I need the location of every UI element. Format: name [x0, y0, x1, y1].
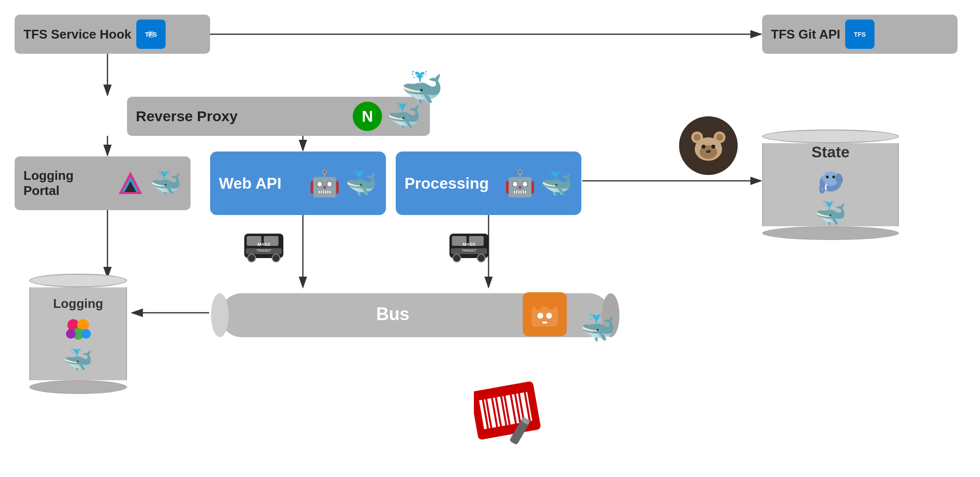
logging-portal-box: Logging Portal 🐳: [15, 156, 191, 210]
svg-text:TRANSIT: TRANSIT: [256, 249, 272, 252]
bus-pipe: Bus 🐳: [210, 288, 620, 342]
cyl-top-logging: [29, 274, 127, 287]
svg-point-48: [477, 254, 485, 262]
mass-transit-webapi: MASS TRANSIT: [239, 224, 288, 268]
svg-point-28: [826, 175, 829, 178]
svg-point-47: [453, 254, 461, 262]
processing-box: Processing 🤖 🐳: [396, 152, 581, 215]
svg-text:TFS: TFS: [145, 31, 157, 38]
svg-point-52: [211, 293, 229, 337]
cyl-top-state: [762, 130, 899, 143]
svg-point-59: [537, 313, 543, 319]
reverse-proxy-box: Reverse Proxy N 🐳: [127, 97, 430, 136]
mass-transit-processing: MASS TRANSIT: [445, 224, 493, 268]
rabbitmq-icon: [523, 292, 567, 336]
cyl-bot-state: [762, 226, 899, 240]
docker-whale-bus: 🐳: [580, 314, 616, 342]
state-label: State: [811, 143, 850, 161]
architecture-diagram: TFS Service Hook TFS TFS Git API TFS Rev…: [0, 0, 980, 477]
processing-label: Processing: [405, 174, 489, 193]
cyl-body-logging: Logging 🐳: [29, 287, 127, 380]
nginx-icon: N: [353, 102, 382, 131]
tfs-service-hook-box: TFS Service Hook TFS: [15, 15, 210, 54]
logging-portal-label: Logging Portal: [23, 168, 113, 198]
svg-point-21: [716, 134, 723, 141]
svg-text:Bus: Bus: [376, 304, 409, 324]
svg-rect-58: [548, 300, 554, 310]
web-api-label: Web API: [219, 174, 281, 193]
robot-icon-webapi: 🤖: [309, 169, 341, 198]
tfs-git-api-box: TFS Git API TFS: [762, 15, 958, 54]
svg-point-60: [546, 313, 552, 319]
svg-point-34: [81, 329, 91, 339]
nsb-scanner-icon: [474, 371, 552, 450]
docker-whale-logging: 🐳: [64, 348, 93, 372]
svg-point-23: [711, 145, 715, 149]
svg-point-40: [272, 254, 280, 262]
docker-whale-processing: 🐳: [541, 169, 573, 198]
tfs-hook-icon: TFS: [136, 20, 166, 49]
svg-point-29: [832, 175, 835, 178]
logging-portal-icon: [118, 171, 143, 196]
svg-point-33: [66, 329, 76, 339]
reverse-proxy-label: Reverse Proxy: [136, 108, 237, 125]
docker-whale-state: 🐳: [815, 201, 847, 226]
svg-point-39: [248, 254, 256, 262]
web-api-box: Web API 🤖 🐳: [210, 152, 386, 215]
svg-point-22: [702, 145, 705, 149]
tfs-git-label: TFS Git API: [771, 27, 840, 42]
mattermost-icon: [679, 116, 738, 175]
logging-cylinder: Logging 🐳: [29, 274, 127, 394]
svg-rect-57: [535, 300, 541, 310]
tfs-git-icon: TFS: [845, 20, 874, 49]
docker-whale-proxy-top: 🐳: [401, 71, 443, 105]
state-cylinder: State 🐳: [762, 130, 899, 240]
docker-whale-webapi: 🐳: [345, 169, 377, 198]
logging-db-label: Logging: [53, 296, 104, 311]
docker-whale-logging-portal: 🐳: [150, 171, 182, 196]
cyl-bot-logging: [29, 380, 127, 394]
svg-point-19: [694, 134, 701, 141]
svg-text:MASS: MASS: [257, 242, 270, 247]
svg-text:TFS: TFS: [854, 31, 866, 38]
svg-point-24: [706, 150, 711, 153]
cyl-body-state: State 🐳: [762, 143, 899, 226]
svg-rect-61: [542, 322, 547, 324]
svg-text:TRANSIT: TRANSIT: [462, 249, 477, 252]
tfs-hook-label: TFS Service Hook: [23, 27, 131, 42]
svg-rect-62: [474, 381, 541, 440]
svg-text:MASS: MASS: [463, 242, 475, 247]
robot-icon-processing: 🤖: [504, 169, 536, 198]
